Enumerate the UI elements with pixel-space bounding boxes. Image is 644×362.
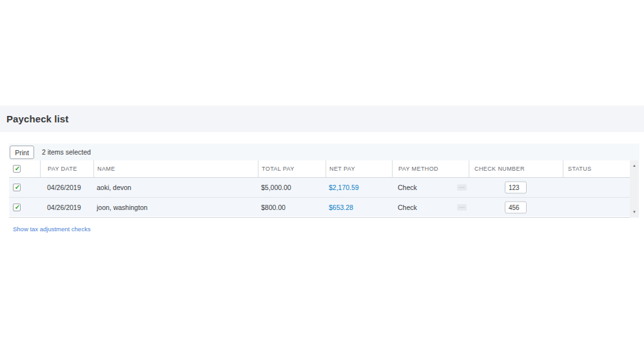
column-header-status: STATUS: [563, 160, 630, 177]
print-button[interactable]: Print: [10, 146, 34, 159]
check-number-input[interactable]: [505, 182, 527, 194]
total-pay-cell: $800.00: [261, 198, 286, 217]
column-header-pay-date: PAY DATE: [40, 160, 93, 177]
pay-date-cell: 04/26/2019: [47, 178, 81, 197]
table-row: ✓ 04/26/2019 aoki, devon $5,000.00 $2,17…: [9, 178, 630, 197]
page-title: Paycheck list: [6, 106, 68, 132]
column-header-check-number: CHECK NUMBER: [469, 160, 563, 177]
pay-date-cell: 04/26/2019: [47, 198, 81, 217]
row-checkbox[interactable]: ✓: [13, 204, 21, 211]
table-row: ✓ 04/26/2019 joon, washington $800.00 $6…: [9, 197, 630, 216]
scroll-up-icon[interactable]: ▲: [630, 162, 639, 170]
check-icon: ✓: [14, 165, 21, 173]
scroll-down-icon[interactable]: ▼: [630, 208, 639, 216]
net-pay-link[interactable]: $2,170.59: [329, 178, 359, 197]
column-header-pay-method: PAY METHOD: [392, 160, 469, 177]
row-checkbox[interactable]: ✓: [13, 184, 21, 191]
table-scrollbar[interactable]: ▲ ▼: [630, 160, 639, 218]
toolbar: Print 2 items selected: [9, 144, 639, 160]
table-header-row: ✓ PAY DATE NAME TOTAL PAY NET PAY PAY ME…: [9, 160, 630, 178]
pay-method-cell: Check: [398, 198, 417, 217]
paycheck-table: ✓ PAY DATE NAME TOTAL PAY NET PAY PAY ME…: [9, 160, 630, 216]
check-icon: ✓: [14, 184, 21, 191]
show-tax-adjustment-checks-link[interactable]: Show tax adjustment checks: [13, 225, 90, 233]
column-header-name: NAME: [93, 160, 258, 177]
net-pay-link[interactable]: $653.28: [329, 198, 353, 217]
selection-count-label: 2 items selected: [42, 144, 91, 160]
check-number-input[interactable]: [505, 201, 527, 213]
select-all-checkbox[interactable]: ✓: [13, 165, 21, 173]
pay-method-cell: Check: [398, 178, 417, 197]
print-status-icon: [457, 204, 467, 211]
page-header-band: Paycheck list: [0, 106, 644, 132]
check-icon: ✓: [14, 204, 21, 211]
total-pay-cell: $5,000.00: [261, 178, 291, 197]
name-cell: aoki, devon: [97, 178, 132, 197]
column-header-net-pay: NET PAY: [326, 160, 392, 177]
print-status-icon: [457, 184, 467, 191]
name-cell: joon, washington: [97, 198, 148, 217]
column-header-total-pay: TOTAL PAY: [258, 160, 326, 177]
table-bottom-border: [9, 217, 630, 218]
